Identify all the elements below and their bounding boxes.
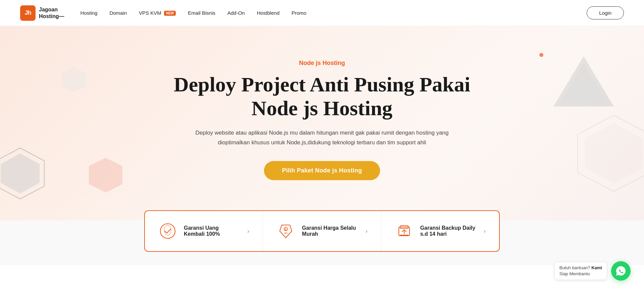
hero-title: Deploy Project Anti Pusing Pakai Node js… <box>174 73 470 121</box>
backup-icon <box>395 222 414 240</box>
nav-item-promo[interactable]: Promo <box>291 10 306 16</box>
chat-label: Butuh bantuan? Kami Siap Membantu <box>554 262 607 265</box>
navbar-right: Login <box>587 6 624 19</box>
logo-icon: Jh <box>20 5 36 21</box>
hero-title-line2: Node js Hosting <box>252 97 392 120</box>
nav-link-hostblend[interactable]: Hostblend <box>257 10 280 16</box>
hero-description: Deploy website atau aplikasi Node.js mu … <box>195 128 449 148</box>
feature-item-backup[interactable]: Garansi Backup Daily s.d 14 hari › <box>381 211 499 251</box>
login-button[interactable]: Login <box>587 6 624 19</box>
feature-label-guarantee: Garansi Uang Kembali 100% <box>184 225 240 237</box>
nav-link-hosting[interactable]: Hosting <box>80 10 98 16</box>
svg-marker-3 <box>89 158 122 193</box>
feature-item-price[interactable]: $ Garansi Harga Selalu Murah › <box>263 211 381 251</box>
whatsapp-button[interactable] <box>611 261 631 265</box>
features-section: Garansi Uang Kembali 100% › $ Garansi Ha… <box>0 220 644 265</box>
feature-label-backup: Garansi Backup Daily s.d 14 hari <box>420 225 477 237</box>
price-tag-icon: $ <box>276 222 295 240</box>
navbar: Jh Jagoan Hosting— Hosting Domain VPS KV… <box>0 0 644 26</box>
navbar-left: Jh Jagoan Hosting— Hosting Domain VPS KV… <box>20 5 306 21</box>
nav-link-promo[interactable]: Promo <box>291 10 306 16</box>
hex-left-small <box>60 66 87 93</box>
hero-content: Node js Hosting Deploy Project Anti Pusi… <box>174 60 470 180</box>
hero-title-line1: Deploy Project Anti Pusing Pakai <box>174 73 470 96</box>
nav-item-hosting[interactable]: Hosting <box>80 10 98 16</box>
nav-link-email[interactable]: Email Bisnis <box>188 10 215 16</box>
feature-item-guarantee[interactable]: Garansi Uang Kembali 100% › <box>145 211 263 251</box>
svg-point-8 <box>160 224 175 238</box>
hex-right-large <box>574 113 644 194</box>
feature-arrow-guarantee: › <box>247 228 249 235</box>
nav-item-email[interactable]: Email Bisnis <box>188 10 215 16</box>
chat-widget: Butuh bantuan? Kami Siap Membantu <box>554 261 631 265</box>
nav-item-addon[interactable]: Add-On <box>227 10 245 16</box>
feature-label-price: Garansi Harga Selalu Murah <box>302 225 359 237</box>
svg-marker-5 <box>560 63 607 103</box>
hero-subtitle: Node js Hosting <box>174 60 470 67</box>
nav-item-domain[interactable]: Domain <box>109 10 127 16</box>
shield-check-icon <box>158 222 177 240</box>
svg-marker-2 <box>62 67 86 92</box>
vps-badge: NEW <box>164 11 176 16</box>
nav-link-vps[interactable]: VPS KVM NEW <box>139 10 176 16</box>
hero-section: Node js Hosting Deploy Project Anti Pusi… <box>0 26 644 220</box>
svg-marker-1 <box>1 153 40 194</box>
triangle-right <box>550 53 617 120</box>
hex-pink-left <box>87 157 124 194</box>
nav-item-vps[interactable]: VPS KVM NEW <box>139 10 176 16</box>
feature-arrow-price: › <box>366 228 368 235</box>
nav-links: Hosting Domain VPS KVM NEW Email Bisnis … <box>80 10 307 16</box>
hero-cta-button[interactable]: Pilih Paket Node js Hosting <box>264 161 380 180</box>
dot-decoration <box>539 53 543 57</box>
logo-text: Jagoan Hosting— <box>39 6 64 19</box>
logo[interactable]: Jh Jagoan Hosting— <box>20 5 64 21</box>
hex-left-large <box>0 147 47 200</box>
features-bar: Garansi Uang Kembali 100% › $ Garansi Ha… <box>144 210 500 252</box>
nav-link-addon[interactable]: Add-On <box>227 10 245 16</box>
feature-arrow-backup: › <box>484 228 486 235</box>
svg-marker-7 <box>585 123 643 183</box>
nav-link-domain[interactable]: Domain <box>109 10 127 16</box>
svg-text:$: $ <box>285 228 286 231</box>
nav-item-hostblend[interactable]: Hostblend <box>257 10 280 16</box>
